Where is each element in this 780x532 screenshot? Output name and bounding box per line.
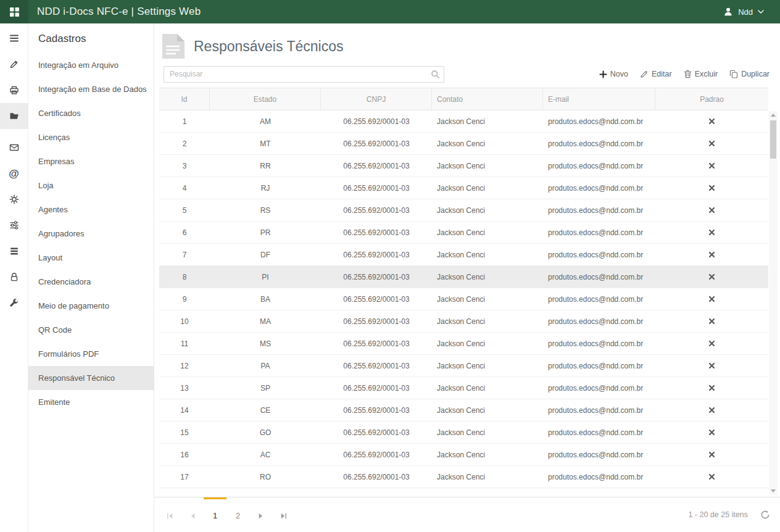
table-row[interactable]: 14 CE 06.255.692/0001-03 Jackson Cenci p… xyxy=(159,399,768,422)
rail-item-printing[interactable] xyxy=(0,77,28,103)
sidebar-item[interactable]: Responsável Técnico xyxy=(28,366,154,390)
previous-page-icon xyxy=(188,512,197,520)
cell-estado: PI xyxy=(210,266,321,288)
search-icon[interactable] xyxy=(431,70,440,79)
printer-icon xyxy=(9,85,20,96)
page-number-button[interactable]: 2 xyxy=(226,497,249,532)
sidebar-item[interactable]: Certificados xyxy=(28,101,154,125)
cell-email: produtos.edocs@ndd.com.br xyxy=(543,133,655,154)
scroll-up-arrow[interactable] xyxy=(769,111,778,119)
page-header: Responsáveis Técnicos xyxy=(154,23,780,62)
scroll-down-arrow[interactable] xyxy=(769,487,778,495)
cell-cnpj: 06.255.692/0001-03 xyxy=(321,422,432,443)
app-launcher-button[interactable] xyxy=(0,0,28,23)
column-header[interactable]: E-mail xyxy=(543,88,655,110)
sidebar-item[interactable]: Layout xyxy=(28,246,154,270)
cell-estado: PR xyxy=(210,222,321,243)
sidebar-item[interactable]: Licenças xyxy=(28,125,154,149)
rail-item-files[interactable] xyxy=(0,103,28,129)
sidebar-menu: Integração em ArquivoIntegração em Base … xyxy=(28,53,154,414)
rail-item-layouts[interactable] xyxy=(0,238,28,264)
new-button[interactable]: Novo xyxy=(599,70,628,78)
icon-rail: @ xyxy=(0,23,28,532)
page-number-button[interactable]: 1 xyxy=(204,497,226,532)
sidebar-item[interactable]: QR Code xyxy=(28,318,154,342)
sidebar-item[interactable]: Meio de pagamento xyxy=(28,294,154,318)
table-row[interactable]: 15 GO 06.255.692/0001-03 Jackson Cenci p… xyxy=(159,422,768,444)
table-body: 1 AM 06.255.692/0001-03 Jackson Cenci pr… xyxy=(159,110,768,488)
column-header[interactable]: Contato xyxy=(432,88,543,110)
sidebar-item[interactable]: Loja xyxy=(28,173,154,197)
cell-padrao xyxy=(655,466,768,488)
lock-icon xyxy=(9,272,20,283)
cell-id: 1 xyxy=(159,110,210,132)
table-row[interactable]: 3 RR 06.255.692/0001-03 Jackson Cenci pr… xyxy=(159,155,768,177)
table-row[interactable]: 2 MT 06.255.692/0001-03 Jackson Cenci pr… xyxy=(159,133,768,155)
cell-padrao xyxy=(655,333,768,354)
sidebar-item[interactable]: Emitente xyxy=(28,390,154,414)
cell-contato: Jackson Cenci xyxy=(432,155,543,177)
table-row[interactable]: 6 PR 06.255.692/0001-03 Jackson Cenci pr… xyxy=(159,222,768,244)
sidebar-item[interactable]: Empresas xyxy=(28,149,154,173)
column-header[interactable]: Id xyxy=(159,88,210,110)
rail-item-email[interactable]: @ xyxy=(0,160,28,186)
at-icon: @ xyxy=(9,168,19,179)
next-page-icon xyxy=(257,512,265,520)
previous-page-button[interactable] xyxy=(181,497,204,532)
cell-id: 6 xyxy=(159,222,210,243)
table-row[interactable]: 9 BA 06.255.692/0001-03 Jackson Cenci pr… xyxy=(159,288,768,310)
duplicate-button[interactable]: Duplicar xyxy=(729,70,770,78)
table-row[interactable]: 5 RS 06.255.692/0001-03 Jackson Cenci pr… xyxy=(159,199,768,222)
sidebar-item[interactable]: Integração em Base de Dados xyxy=(28,77,154,101)
table-row[interactable]: 8 PI 06.255.692/0001-03 Jackson Cenci pr… xyxy=(159,266,768,288)
first-page-button[interactable] xyxy=(158,497,181,532)
rail-item-tools[interactable] xyxy=(0,51,28,77)
sidebar-item[interactable]: Agrupadores xyxy=(28,222,154,246)
cell-estado: SP xyxy=(210,377,321,399)
sidebar: Cadastros Integração em ArquivoIntegraçã… xyxy=(28,23,154,532)
table-row[interactable]: 10 MA 06.255.692/0001-03 Jackson Cenci p… xyxy=(159,310,768,333)
plus-icon xyxy=(599,70,607,78)
rail-item-maintenance[interactable] xyxy=(0,290,28,316)
menu-toggle-button[interactable] xyxy=(0,25,28,51)
cell-padrao xyxy=(655,444,768,465)
cell-cnpj: 06.255.692/0001-03 xyxy=(321,310,432,332)
table-row[interactable]: 1 AM 06.255.692/0001-03 Jackson Cenci pr… xyxy=(159,110,768,133)
cell-contato: Jackson Cenci xyxy=(432,377,543,399)
column-header[interactable]: Estado xyxy=(210,88,321,110)
cell-id: 13 xyxy=(159,377,210,399)
user-menu[interactable]: Ndd xyxy=(723,7,764,17)
delete-button[interactable]: Excluir xyxy=(684,70,718,78)
column-header[interactable]: Padrao xyxy=(655,88,768,110)
next-page-button[interactable] xyxy=(249,497,272,532)
table-row[interactable]: 17 RO 06.255.692/0001-03 Jackson Cenci p… xyxy=(159,466,768,488)
rail-item-messages[interactable] xyxy=(0,135,28,160)
search-input[interactable] xyxy=(164,66,444,83)
rail-item-security[interactable] xyxy=(0,264,28,290)
edit-button[interactable]: Editar xyxy=(640,70,672,78)
sidebar-item[interactable]: Agentes xyxy=(28,197,154,222)
cell-email: produtos.edocs@ndd.com.br xyxy=(543,399,655,421)
table-row[interactable]: 12 PA 06.255.692/0001-03 Jackson Cenci p… xyxy=(159,355,768,377)
column-header[interactable]: CNPJ xyxy=(321,88,432,110)
cell-estado: AM xyxy=(210,110,321,132)
table-row[interactable]: 13 SP 06.255.692/0001-03 Jackson Cenci p… xyxy=(159,377,768,399)
sidebar-item[interactable]: Credenciadora xyxy=(28,270,154,294)
scrollbar-thumb[interactable] xyxy=(770,120,776,159)
cell-contato: Jackson Cenci xyxy=(432,199,543,221)
mail-icon xyxy=(9,142,20,153)
user-name: Ndd xyxy=(738,7,753,17)
rail-item-settings[interactable] xyxy=(0,186,28,212)
table-row[interactable]: 7 DF 06.255.692/0001-03 Jackson Cenci pr… xyxy=(159,244,768,266)
table-row[interactable]: 4 RJ 06.255.692/0001-03 Jackson Cenci pr… xyxy=(159,177,768,199)
sidebar-item[interactable]: Formulários PDF xyxy=(28,342,154,366)
table-row[interactable]: 11 MS 06.255.692/0001-03 Jackson Cenci p… xyxy=(159,333,768,355)
cell-cnpj: 06.255.692/0001-03 xyxy=(321,244,432,265)
cell-padrao xyxy=(655,422,768,443)
table-row[interactable]: 16 AC 06.255.692/0001-03 Jackson Cenci p… xyxy=(159,444,768,466)
sidebar-item[interactable]: Integração em Arquivo xyxy=(28,53,154,77)
vertical-scrollbar[interactable] xyxy=(769,111,778,495)
last-page-button[interactable] xyxy=(272,497,295,532)
refresh-button[interactable] xyxy=(760,510,770,520)
rail-item-preferences[interactable] xyxy=(0,212,28,238)
